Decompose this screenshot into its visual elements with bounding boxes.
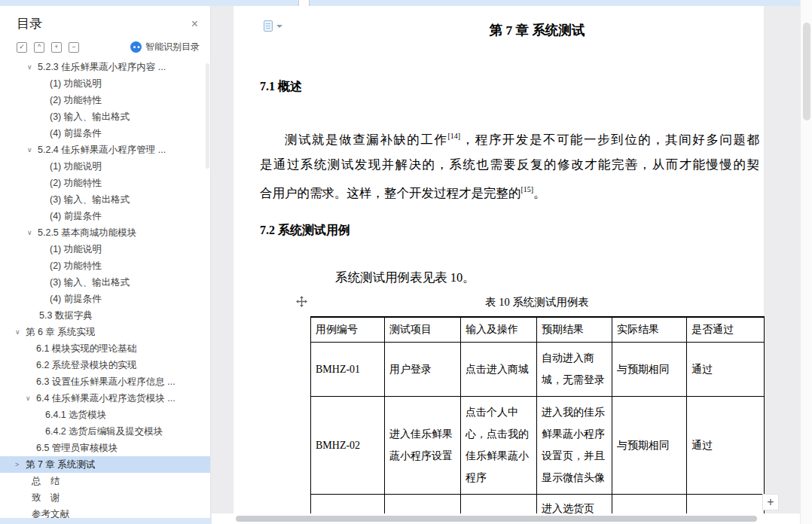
collapse-all-icon[interactable]: − — [69, 42, 79, 53]
chevron-down-icon[interactable]: ∨ — [27, 142, 38, 158]
toc-item[interactable]: (1) 功能说明 — [0, 75, 210, 92]
horizontal-scrollbar-thumb[interactable] — [236, 516, 757, 522]
toc-panel-header: 目录 × — [0, 6, 210, 32]
section-heading-7-2: 7.2 系统测试用例 — [260, 223, 350, 239]
table-row: 进入选货页 — [311, 494, 765, 513]
toc-item-label: 6.4.2 选货后编辑及提交模块 — [45, 423, 163, 440]
toc-item[interactable]: (2) 功能特性 — [0, 257, 210, 274]
app-top-strip — [0, 0, 800, 6]
toc-item[interactable]: ∨5.2.5 基本商城功能模块 — [0, 224, 210, 241]
toc-item[interactable]: 6.2 系统登录模块的实现 — [0, 357, 210, 373]
table-body: BMHZ-01用户登录点击进入商城自动进入商城，无需登录与预期相同通过BMHZ-… — [311, 342, 765, 513]
toc-item[interactable]: (4) 前提条件 — [0, 208, 210, 224]
smart-toc-icon — [130, 41, 142, 53]
expand-all-icon[interactable]: + — [51, 42, 62, 53]
chevron-right-icon[interactable]: > — [15, 456, 26, 473]
toc-item[interactable]: ∨5.2.3 佳乐鲜果蔬小程序内容 ... — [0, 59, 210, 75]
toc-item[interactable]: (2) 功能特性 — [0, 175, 210, 191]
paragraph-line: 是通过系统测试发现并解决的，系统也需要反复的修改才能完善，从而才能慢慢的契 — [260, 152, 759, 177]
toc-item-label: (2) 功能特性 — [50, 257, 102, 274]
toc-item-label: 6.4.1 选货模块 — [45, 407, 106, 423]
table-cell: 通过 — [687, 396, 765, 494]
table-cell: 通过 — [687, 342, 765, 396]
chevron-down-icon[interactable]: ∨ — [15, 324, 26, 340]
table-intro-text: 系统测试用例表见表 10。 — [310, 270, 475, 286]
toc-item-label: 5.2.3 佳乐鲜果蔬小程序内容 ... — [38, 59, 166, 75]
toc-item[interactable]: 总 结 — [0, 473, 210, 489]
chevron-down-icon[interactable]: ∨ — [27, 59, 38, 75]
table-cell — [385, 494, 461, 513]
table-cell — [612, 494, 687, 513]
toc-item[interactable]: ∨5.2.4 佳乐鲜果蔬小程序管理 ... — [0, 142, 210, 158]
toc-item[interactable]: 参考文献 — [0, 506, 210, 518]
toc-item[interactable]: 致 谢 — [0, 489, 210, 506]
toc-list: ∨5.2.3 佳乐鲜果蔬小程序内容 ...(1) 功能说明(2) 功能特性(3)… — [0, 59, 210, 518]
toc-panel: 目录 × ✓^+− 智能识别目录 ∨5.2.3 佳乐鲜果蔬小程序内容 ...(1… — [0, 6, 211, 518]
horizontal-scrollbar[interactable] — [212, 513, 800, 524]
toc-item-label: 6.5 管理员审核模块 — [36, 440, 118, 456]
sidebar-scrollbar-thumb[interactable] — [206, 63, 209, 169]
toc-item-label: (2) 功能特性 — [50, 175, 102, 191]
toc-item[interactable]: 6.3 设置佳乐鲜果蔬小程序信息 ... — [0, 373, 210, 390]
chevron-down-icon[interactable]: ∨ — [27, 224, 38, 241]
table-header-cell: 预期结果 — [537, 317, 612, 342]
table-header-cell: 实际结果 — [612, 317, 687, 342]
vertical-scrollbar-thumb[interactable] — [803, 23, 810, 120]
table-header-row: 用例编号测试项目输入及操作预期结果实际结果是否通过 — [311, 317, 765, 342]
toc-item[interactable]: (2) 功能特性 — [0, 92, 210, 108]
table-cell — [461, 494, 537, 513]
table-cell: BMHZ-02 — [311, 396, 385, 494]
toc-item[interactable]: 6.1 模块实现的理论基础 — [0, 340, 210, 357]
toc-item[interactable]: 5.3 数据字典 — [0, 307, 210, 324]
toc-item-label: 致 谢 — [32, 489, 60, 506]
toc-item-label: (3) 输入、输出格式 — [50, 191, 130, 208]
table-cell: 与预期相同 — [612, 396, 687, 494]
chapter-title: 第 7 章 系统测试 — [310, 21, 764, 39]
toc-item-label: (4) 前提条件 — [50, 291, 102, 307]
table-move-handle[interactable] — [296, 296, 307, 307]
citation-ref: [14] — [447, 132, 460, 140]
table-cell — [311, 494, 385, 513]
test-case-table: 用例编号测试项目输入及操作预期结果实际结果是否通过 BMHZ-01用户登录点击进… — [310, 316, 765, 513]
toc-item[interactable]: >第 7 章 系统测试 — [0, 456, 210, 473]
paragraph-line: 合用户的需求。这样，整个开发过程才是完整的[15]。 — [260, 177, 759, 206]
toc-item[interactable]: (3) 输入、输出格式 — [0, 274, 210, 291]
toc-item-label: 第 6 章 系统实现 — [26, 324, 95, 340]
toc-item-label: 5.3 数据字典 — [39, 307, 93, 324]
toc-item[interactable]: (3) 输入、输出格式 — [0, 108, 210, 125]
paste-options-icon[interactable] — [264, 20, 283, 33]
zoom-in-button[interactable]: + — [762, 494, 779, 510]
toc-item-label: 总 结 — [32, 473, 60, 489]
toc-item[interactable]: 6.4.1 选货模块 — [0, 407, 210, 423]
toc-toolbar-icons: ✓^+− — [17, 42, 86, 53]
toc-item-label: 6.1 模块实现的理论基础 — [36, 340, 136, 357]
chevron-down-icon[interactable]: ∨ — [26, 390, 36, 407]
table-cell: 进入选货页 — [537, 494, 612, 513]
close-icon[interactable]: × — [191, 18, 198, 30]
citation-ref: [15] — [521, 185, 534, 193]
toc-item[interactable]: (1) 功能说明 — [0, 241, 210, 257]
table-row: BMHZ-01用户登录点击进入商城自动进入商城，无需登录与预期相同通过 — [311, 342, 765, 396]
smart-toc-button[interactable]: 智能识别目录 — [130, 41, 200, 53]
toc-item[interactable]: (3) 输入、输出格式 — [0, 191, 210, 208]
table-cell — [687, 494, 765, 513]
check-select-icon[interactable]: ✓ — [17, 42, 27, 53]
collapse-up-icon[interactable]: ^ — [34, 42, 44, 53]
toc-item[interactable]: 6.5 管理员审核模块 — [0, 440, 210, 456]
paragraph-text: 测试就是做查漏补缺的工作 — [285, 133, 447, 147]
toc-item[interactable]: 6.4.2 选货后编辑及提交模块 — [0, 423, 210, 440]
toc-item[interactable]: (1) 功能说明 — [0, 158, 210, 175]
toc-item-label: (3) 输入、输出格式 — [50, 274, 130, 291]
table-cell: 进入我的佳乐鲜果蔬小程序设置页，并且显示微信头像 — [537, 396, 612, 494]
table-caption: 表 10 系统测试用例表 — [310, 295, 764, 309]
toc-item-label: (4) 前提条件 — [50, 208, 102, 224]
toc-item[interactable]: (4) 前提条件 — [0, 291, 210, 307]
page-top-marker — [298, 0, 310, 6]
paragraph-line: 测试就是做查漏补缺的工作[14]，程序开发是不可能一步到位的，其间好多问题都 — [260, 123, 759, 152]
vertical-scrollbar[interactable] — [800, 0, 812, 524]
toc-item-label: (1) 功能说明 — [50, 241, 102, 257]
toc-item[interactable]: ∨6.4 佳乐鲜果蔬小程序选货模块 ... — [0, 390, 210, 407]
toc-item[interactable]: ∨第 6 章 系统实现 — [0, 324, 210, 340]
toc-item[interactable]: (4) 前提条件 — [0, 125, 210, 142]
table-cell: 点击个人中心，点击我的佳乐鲜果蔬小程序 — [461, 396, 537, 494]
